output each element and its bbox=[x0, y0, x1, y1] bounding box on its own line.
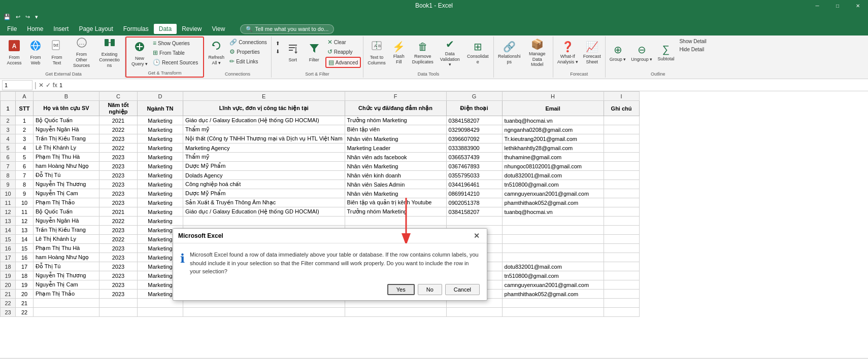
dialog-cancel-btn[interactable]: Cancel bbox=[445, 284, 480, 295]
dialog-info-icon: ℹ bbox=[180, 252, 185, 266]
dialog-message: Microsoft Excel found a row of data imme… bbox=[190, 250, 480, 276]
dialog-overlay: Microsoft Excel ✕ ℹ Microsoft Excel foun… bbox=[0, 0, 868, 359]
dialog-yes-btn[interactable]: Yes bbox=[387, 284, 415, 295]
dialog-buttons: Yes No Cancel bbox=[173, 281, 487, 300]
dialog-title: Microsoft Excel bbox=[178, 232, 223, 239]
red-arrow-annotation bbox=[386, 193, 447, 243]
dialog-no-btn[interactable]: No bbox=[418, 284, 442, 295]
dialog-content: ℹ Microsoft Excel found a row of data im… bbox=[173, 243, 487, 281]
dialog-close-btn[interactable]: ✕ bbox=[472, 232, 482, 240]
